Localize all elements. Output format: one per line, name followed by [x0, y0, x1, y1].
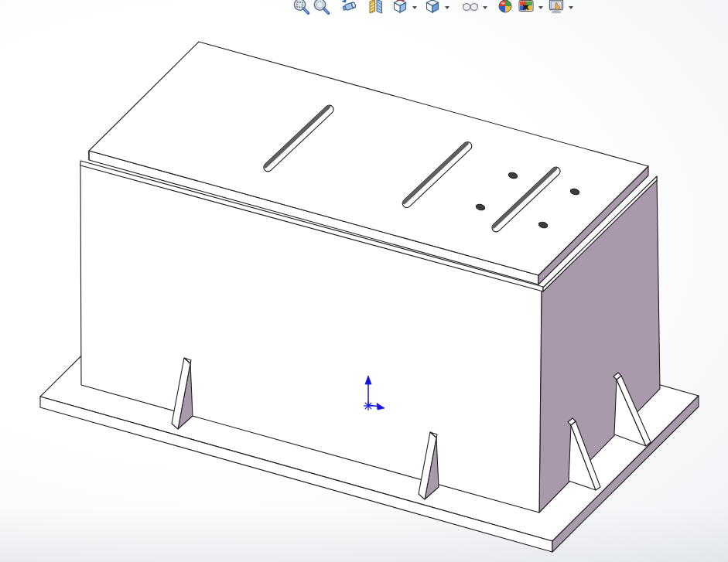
apply-scene-dropdown[interactable]	[538, 6, 543, 9]
view-orientation-button[interactable]	[391, 0, 409, 15]
view-orientation-dropdown[interactable]	[412, 6, 417, 9]
apply-scene-icon	[517, 0, 535, 15]
display-style-button[interactable]	[423, 0, 442, 15]
heads-up-view-toolbar	[0, 0, 728, 17]
viewport-3d[interactable]	[0, 0, 728, 562]
hide-show-items-dropdown[interactable]	[483, 6, 487, 9]
apply-scene-button[interactable]	[517, 0, 535, 15]
zoom-to-fit-button[interactable]	[292, 0, 311, 15]
zoom-to-area-icon	[313, 0, 331, 15]
view-orientation-icon	[391, 0, 409, 15]
section-view-icon	[367, 0, 385, 15]
edit-appearance-button[interactable]	[496, 0, 514, 15]
display-style-icon	[423, 0, 442, 15]
cad-viewport[interactable]	[0, 0, 728, 562]
zoom-to-fit-icon	[292, 0, 311, 15]
hide-show-items-button[interactable]	[461, 0, 480, 15]
previous-view-icon	[340, 0, 359, 15]
view-settings-icon	[547, 0, 566, 15]
edit-appearance-icon	[496, 0, 514, 15]
section-view-button[interactable]	[367, 0, 385, 15]
view-settings-button[interactable]	[547, 0, 566, 15]
display-style-dropdown[interactable]	[445, 6, 449, 9]
zoom-to-area-button[interactable]	[313, 0, 331, 15]
previous-view-button[interactable]	[340, 0, 359, 15]
view-settings-dropdown[interactable]	[569, 6, 573, 9]
hide-show-items-icon	[461, 0, 480, 15]
